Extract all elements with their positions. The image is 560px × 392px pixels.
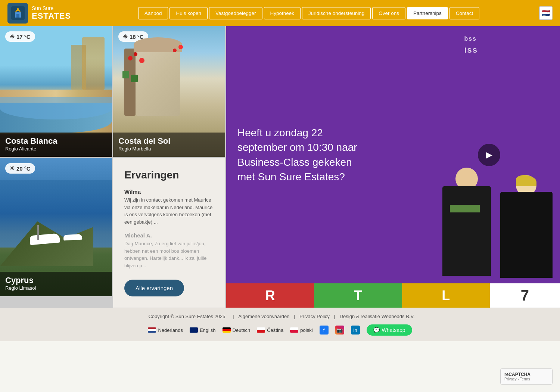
lang-cz-label: Čeština <box>267 327 283 333</box>
ervaringen-title: Ervaringen <box>124 169 214 181</box>
lang-de-label: Deutsch <box>233 327 251 333</box>
link-privacy[interactable]: Privacy Policy <box>299 314 330 319</box>
nav-vastgoedbelegger[interactable]: Vastgoedbelegger <box>209 7 262 19</box>
flag-de <box>223 327 231 333</box>
flag-cz <box>257 327 265 333</box>
recaptcha-privacy[interactable]: Privacy <box>504 377 517 381</box>
nav-juridische[interactable]: Juridische ondersteuning <box>302 7 371 19</box>
header: Sun Sure ESTATES Aanbod Huis kopen Vastg… <box>0 0 560 26</box>
rtl-t: T <box>314 283 402 308</box>
nav-partnerships[interactable]: Partnerships <box>407 7 448 19</box>
sun-icon: ✳ <box>10 33 15 40</box>
flag-nl <box>148 327 156 333</box>
weather-badge-cyprus: ✳ 20 °C <box>5 163 35 174</box>
social-linkedin[interactable]: in <box>351 326 360 335</box>
review-0: Wilma Wij zijn in contact gekomen met Ma… <box>124 189 214 225</box>
footer-bottom: Nederlands English Deutsch Čeština polsk… <box>7 324 553 336</box>
location-label-costa-blanca: Costa Blanca Regio Alicante <box>0 133 112 157</box>
logo-icon <box>7 3 28 24</box>
nav-aanbod[interactable]: Aanbod <box>138 7 168 19</box>
sun-icon-3: ✳ <box>10 165 15 172</box>
alle-ervaringen-button[interactable]: Alle ervaringen <box>124 280 184 296</box>
lang-nl-label: Nederlands <box>158 327 183 333</box>
recaptcha-box: reCAPTCHA Privacy - Terms <box>500 368 553 385</box>
tile-cyprus[interactable]: ✳ 20 °C Cyprus Regio Limasol <box>0 158 112 296</box>
play-button[interactable]: ▶ <box>478 144 500 166</box>
rtl-l: L <box>402 283 490 308</box>
lang-de[interactable]: Deutsch <box>223 327 251 333</box>
ervaringen-panel: Ervaringen Wilma Wij zijn in contact gek… <box>113 158 225 308</box>
svg-point-4 <box>17 8 19 10</box>
location-label-costa-sol: Costa del Sol Regio Marbella <box>113 133 225 157</box>
language-flag-button[interactable]: 🇳🇱 <box>539 6 553 20</box>
banner-text: Heeft u zondag 22 september om 10:30 naa… <box>237 125 364 184</box>
whatsapp-icon: 💬 <box>373 327 380 333</box>
rtl-r: R <box>226 283 314 308</box>
tile-costa-blanca[interactable]: ✳ 17 °C Costa Blanca Regio Alicante <box>0 26 112 157</box>
rtl-7: 7 <box>490 283 560 308</box>
separator-2: | <box>294 314 296 319</box>
review-0-text: Wij zijn in contact gekomen met Maurice … <box>124 196 214 225</box>
main-nav: Aanbod Huis kopen Vastgoedbelegger Hypot… <box>82 7 535 19</box>
recaptcha-terms[interactable]: Terms <box>520 377 530 381</box>
logo-text: Sun Sure ESTATES <box>32 5 71 21</box>
review-0-name: Wilma <box>124 189 214 195</box>
sun-icon-2: ✳ <box>123 33 128 40</box>
recaptcha-title: reCAPTCHA <box>504 372 548 377</box>
social-facebook[interactable]: f <box>320 326 329 335</box>
rtl-banner[interactable]: Heeft u zondag 22 september om 10:30 naa… <box>226 26 560 308</box>
lang-en[interactable]: English <box>190 327 216 333</box>
separator-3: | <box>334 314 337 319</box>
link-design[interactable]: Design & realisatie Webheads B.V. <box>340 314 415 319</box>
footer: Copyright © Sun Sure Estates 2025 | Alge… <box>0 308 560 341</box>
nav-huis-kopen[interactable]: Huis kopen <box>169 7 208 19</box>
tile-cyprus-wrapper: ✳ 20 °C Cyprus Regio Limasol <box>0 158 112 308</box>
tile-costa-sol[interactable]: ✳ 18 °C Costa del Sol Regio Marbella <box>113 26 225 157</box>
svg-rect-3 <box>16 14 19 18</box>
review-1: Micheal A. Dag Maurice, Zo erg lief van … <box>124 232 214 269</box>
lang-cz[interactable]: Čeština <box>257 327 283 333</box>
lang-pl-label: polski <box>300 327 312 333</box>
banner-content: Heeft u zondag 22 september om 10:30 naa… <box>226 26 560 283</box>
link-algemene[interactable]: Algemene voorwaarden <box>238 314 289 319</box>
whatsapp-label: Whatsapp <box>382 327 405 333</box>
whatsapp-button[interactable]: 💬 Whatsapp <box>367 324 412 336</box>
recaptcha-sub: Privacy - Terms <box>504 377 548 381</box>
lang-pl[interactable]: polski <box>290 327 312 333</box>
lang-en-label: English <box>200 327 216 333</box>
copyright: Copyright © Sun Sure Estates 2025 <box>148 314 225 319</box>
logo[interactable]: Sun Sure ESTATES <box>7 3 71 24</box>
review-1-text: Dag Maurice, Zo erg lief van jullie/jou,… <box>124 240 214 269</box>
review-1-name: Micheal A. <box>124 232 214 239</box>
rtl-logo-bar: R T L 7 <box>226 283 560 308</box>
lang-nl[interactable]: Nederlands <box>148 327 183 333</box>
flag-en <box>190 327 198 333</box>
weather-badge-costa-blanca: ✳ 17 °C <box>5 31 35 42</box>
footer-links: Copyright © Sun Sure Estates 2025 | Alge… <box>7 314 553 319</box>
location-label-cyprus: Cyprus Regio Limasol <box>0 272 112 296</box>
nav-over-ons[interactable]: Over ons <box>372 7 405 19</box>
social-instagram[interactable]: 📷 <box>335 326 344 335</box>
flag-pl <box>290 327 298 333</box>
main-content: ✳ 17 °C Costa Blanca Regio Alicante ✳ 18… <box>0 26 560 308</box>
nav-hypotheek[interactable]: Hypotheek <box>264 7 301 19</box>
nav-contact[interactable]: Contact <box>449 7 480 19</box>
separator-1: | <box>233 314 235 319</box>
